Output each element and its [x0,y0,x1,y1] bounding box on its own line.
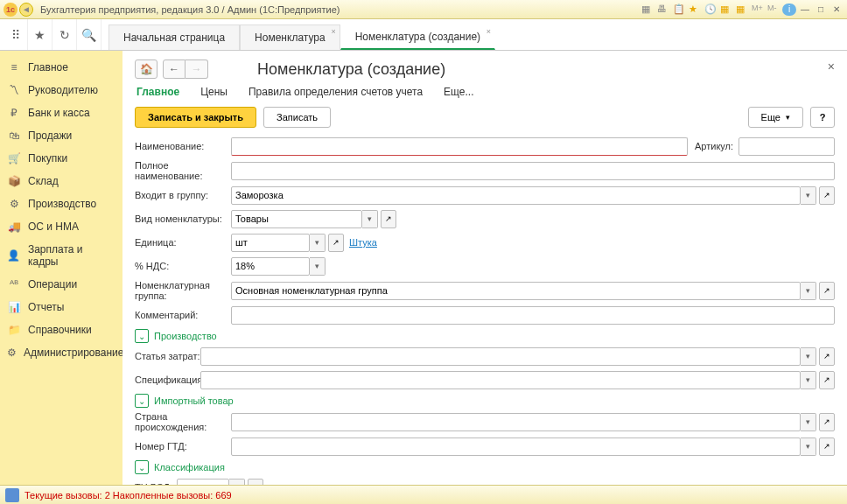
input-group[interactable] [231,186,801,205]
minimize-button[interactable]: — [798,4,812,16]
sidebar-item-admin[interactable]: ⚙Администрирование [0,341,122,364]
sidebar-item-warehouse[interactable]: 📦Склад [0,170,122,192]
close-icon[interactable]: × [331,27,335,36]
history-icon[interactable]: ↻ [52,19,77,50]
form-tab-main[interactable]: Главное [136,86,179,98]
home-button[interactable]: 🏠 [135,60,158,79]
collapse-classification-button[interactable]: ⌄ [135,460,149,474]
tab-nomenclature-create[interactable]: Номенклатура (создание) × [340,24,495,50]
info-button[interactable]: i [782,4,796,16]
input-origin[interactable] [231,413,801,431]
sys-icon-1[interactable]: ▦ [641,4,654,16]
m-plus-icon[interactable]: M+ [752,4,764,16]
open-nomgroup-button[interactable]: ↗ [819,282,835,300]
dropdown-tnved-button[interactable]: ▾ [229,479,245,486]
sidebar-prod-label: Производство [28,198,96,210]
sidebar-warehouse-label: Склад [28,175,59,187]
search-icon[interactable]: 🔍 [77,19,102,50]
open-cost-button[interactable]: ↗ [819,347,835,366]
input-comment[interactable] [231,306,835,325]
open-group-button[interactable]: ↗ [819,186,835,205]
dropdown-group-button[interactable]: ▾ [801,186,816,205]
chart-icon: 〽 [7,84,21,96]
input-type[interactable] [231,210,362,228]
dropdown-origin-button[interactable]: ▾ [801,413,816,431]
sidebar-item-references[interactable]: 📁Справочники [0,318,122,341]
input-name[interactable] [231,137,688,156]
dropdown-cost-button[interactable]: ▾ [801,347,816,366]
input-vat[interactable] [231,257,310,276]
sidebar-ops-label: Операции [28,278,77,290]
sidebar-admin-label: Администрирование [24,346,123,359]
form-tab-prices[interactable]: Цены [200,86,228,98]
forward-button[interactable]: → [186,60,208,79]
sidebar-item-main[interactable]: ≡Главное [0,56,122,79]
app-icon-back[interactable]: ◄ [19,3,33,17]
main-tabs: Начальная страница Номенклатура × Номенк… [108,19,495,50]
maximize-button[interactable]: □ [814,4,828,16]
input-gtd[interactable] [231,438,801,456]
input-tnved[interactable] [177,479,229,486]
favorite-icon[interactable]: ★ [689,4,701,16]
collapse-production-button[interactable]: ⌄ [135,329,149,343]
tab-nom-label: Номенклатура [255,32,326,44]
sys-icon-2[interactable]: 🖶 [657,4,669,16]
dropdown-spec-button[interactable]: ▾ [801,371,816,389]
back-button[interactable]: ← [163,60,186,79]
sidebar-item-salary[interactable]: 👤Зарплата и кадры [0,238,122,273]
sidebar-item-assets[interactable]: 🚚ОС и НМА [0,215,122,238]
section-classification-title: Классификация [154,462,225,472]
input-nomgroup[interactable] [231,282,801,300]
form-tab-rules[interactable]: Правила определения счетов учета [248,86,423,98]
close-window-button[interactable]: ✕ [830,4,844,16]
input-fullname[interactable] [231,162,835,180]
label-name: Наименование: [135,141,231,151]
sys-icon-3[interactable]: 📋 [673,4,685,16]
apps-icon[interactable]: ⠿ [4,19,28,50]
sidebar-item-operations[interactable]: ᴬᴮОперации [0,273,122,296]
open-tnved-button[interactable]: ↗ [248,479,263,486]
sidebar-item-reports[interactable]: 📊Отчеты [0,296,122,318]
tab-nomenclature[interactable]: Номенклатура × [240,24,340,50]
dropdown-nomgroup-button[interactable]: ▾ [801,282,816,300]
favorite-toolbar-icon[interactable]: ★ [28,19,52,50]
nav-row: 🏠 ← → Номенклатура (создание) [135,60,835,79]
tab-start[interactable]: Начальная страница [108,24,240,50]
dropdown-type-button[interactable]: ▾ [362,210,378,228]
help-button[interactable]: ? [810,107,835,128]
open-gtd-button[interactable]: ↗ [819,438,835,456]
sidebar-item-manager[interactable]: 〽Руководителю [0,79,122,102]
dropdown-unit-button[interactable]: ▾ [310,234,326,252]
input-cost[interactable] [200,347,801,366]
input-spec[interactable] [200,371,801,389]
section-production: ⌄ Производство [135,329,835,343]
open-type-button[interactable]: ↗ [381,210,396,228]
open-origin-button[interactable]: ↗ [819,413,835,431]
input-artikul[interactable] [738,137,835,156]
sidebar-item-sales[interactable]: 🛍Продажи [0,124,122,147]
sys-icon-5[interactable]: 🕓 [704,4,717,16]
collapse-import-button[interactable]: ⌄ [135,394,149,408]
sidebar-item-purchases[interactable]: 🛒Покупки [0,147,122,170]
calc-icon[interactable]: ▦ [720,4,732,16]
calendar-icon[interactable]: ▦ [736,4,748,16]
section-import-title: Импортный товар [154,396,234,406]
sidebar-item-bank[interactable]: ₽Банк и касса [0,102,122,124]
input-unit[interactable] [231,234,310,252]
dropdown-gtd-button[interactable]: ▾ [801,438,816,456]
unit-link[interactable]: Штука [349,237,377,248]
tab-start-label: Начальная страница [123,32,225,44]
cart-icon: 🛒 [7,152,21,164]
close-icon[interactable]: × [486,27,491,36]
row-name: Наименование: Артикул: [135,136,835,156]
save-close-button[interactable]: Записать и закрыть [135,107,256,128]
dropdown-vat-button[interactable]: ▾ [310,257,326,276]
sidebar-item-production[interactable]: ⚙Производство [0,192,122,215]
form-tab-more[interactable]: Еще... [444,86,473,98]
save-button[interactable]: Записать [263,107,331,128]
m-minus-icon[interactable]: M- [767,4,780,16]
close-form-button[interactable]: × [828,60,835,74]
open-unit-button[interactable]: ↗ [328,234,344,252]
more-button[interactable]: Еще [748,107,803,128]
open-spec-button[interactable]: ↗ [819,371,835,389]
